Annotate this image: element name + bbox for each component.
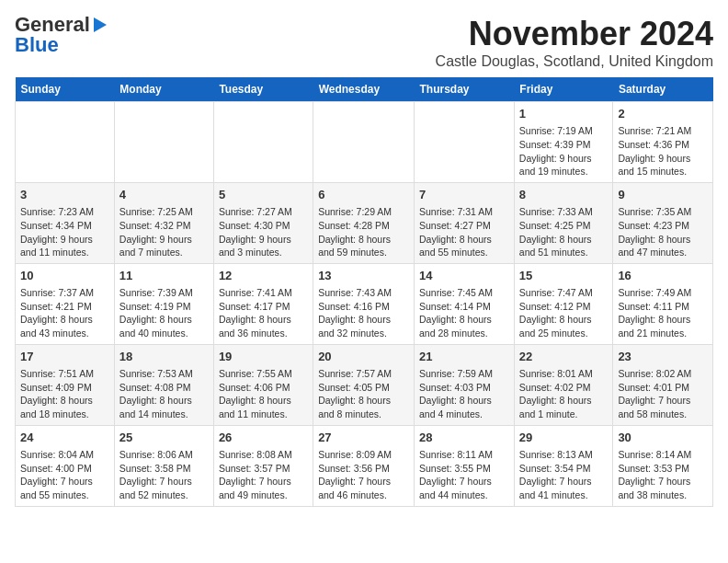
day-number: 14 bbox=[419, 268, 509, 284]
calendar-cell: 16Sunrise: 7:49 AM Sunset: 4:11 PM Dayli… bbox=[613, 263, 713, 344]
calendar-cell: 3Sunrise: 7:23 AM Sunset: 4:34 PM Daylig… bbox=[16, 182, 115, 263]
day-number: 16 bbox=[618, 268, 708, 284]
month-year-title: November 2024 bbox=[436, 15, 713, 53]
calendar-cell: 25Sunrise: 8:06 AM Sunset: 3:58 PM Dayli… bbox=[114, 425, 213, 506]
calendar-week-row: 24Sunrise: 8:04 AM Sunset: 4:00 PM Dayli… bbox=[16, 425, 713, 506]
day-number: 12 bbox=[219, 268, 308, 284]
day-number: 25 bbox=[119, 430, 209, 446]
day-info: Sunrise: 7:59 AM Sunset: 4:03 PM Dayligh… bbox=[419, 367, 509, 421]
day-number: 19 bbox=[219, 349, 308, 365]
calendar-cell: 28Sunrise: 8:11 AM Sunset: 3:55 PM Dayli… bbox=[415, 425, 515, 506]
calendar-cell: 23Sunrise: 8:02 AM Sunset: 4:01 PM Dayli… bbox=[613, 344, 713, 425]
day-number: 20 bbox=[318, 349, 409, 365]
calendar-cell bbox=[16, 102, 115, 183]
day-number: 11 bbox=[119, 268, 209, 284]
day-number: 15 bbox=[519, 268, 609, 284]
calendar-cell: 7Sunrise: 7:31 AM Sunset: 4:27 PM Daylig… bbox=[415, 182, 515, 263]
day-info: Sunrise: 7:43 AM Sunset: 4:16 PM Dayligh… bbox=[318, 286, 409, 340]
calendar-cell bbox=[415, 102, 515, 183]
day-info: Sunrise: 7:25 AM Sunset: 4:32 PM Dayligh… bbox=[119, 205, 209, 259]
day-number: 5 bbox=[219, 187, 308, 203]
day-info: Sunrise: 7:57 AM Sunset: 4:05 PM Dayligh… bbox=[318, 367, 409, 421]
weekday-header-saturday: Saturday bbox=[613, 77, 713, 102]
day-number: 30 bbox=[618, 430, 708, 446]
calendar-cell: 2Sunrise: 7:21 AM Sunset: 4:36 PM Daylig… bbox=[613, 102, 713, 183]
day-number: 3 bbox=[20, 187, 109, 203]
day-number: 22 bbox=[519, 349, 609, 365]
calendar-cell: 10Sunrise: 7:37 AM Sunset: 4:21 PM Dayli… bbox=[16, 263, 115, 344]
day-info: Sunrise: 8:01 AM Sunset: 4:02 PM Dayligh… bbox=[519, 367, 609, 421]
day-info: Sunrise: 7:27 AM Sunset: 4:30 PM Dayligh… bbox=[219, 205, 308, 259]
calendar-cell: 8Sunrise: 7:33 AM Sunset: 4:25 PM Daylig… bbox=[514, 182, 613, 263]
page-header: General Blue November 2024 Castle Dougla… bbox=[15, 15, 713, 70]
logo-blue: Blue bbox=[15, 35, 59, 55]
calendar-cell: 24Sunrise: 8:04 AM Sunset: 4:00 PM Dayli… bbox=[16, 425, 115, 506]
calendar-cell: 19Sunrise: 7:55 AM Sunset: 4:06 PM Dayli… bbox=[213, 344, 313, 425]
calendar-cell: 15Sunrise: 7:47 AM Sunset: 4:12 PM Dayli… bbox=[514, 263, 613, 344]
calendar-cell: 12Sunrise: 7:41 AM Sunset: 4:17 PM Dayli… bbox=[213, 263, 313, 344]
day-info: Sunrise: 7:29 AM Sunset: 4:28 PM Dayligh… bbox=[318, 205, 409, 259]
day-number: 18 bbox=[119, 349, 209, 365]
day-info: Sunrise: 7:45 AM Sunset: 4:14 PM Dayligh… bbox=[419, 286, 509, 340]
day-info: Sunrise: 7:33 AM Sunset: 4:25 PM Dayligh… bbox=[519, 205, 609, 259]
calendar-cell: 6Sunrise: 7:29 AM Sunset: 4:28 PM Daylig… bbox=[313, 182, 415, 263]
day-number: 26 bbox=[219, 430, 308, 446]
calendar-table: SundayMondayTuesdayWednesdayThursdayFrid… bbox=[15, 77, 713, 507]
day-info: Sunrise: 7:23 AM Sunset: 4:34 PM Dayligh… bbox=[20, 205, 109, 259]
calendar-cell: 27Sunrise: 8:09 AM Sunset: 3:56 PM Dayli… bbox=[313, 425, 415, 506]
calendar-week-row: 10Sunrise: 7:37 AM Sunset: 4:21 PM Dayli… bbox=[16, 263, 713, 344]
weekday-header-row: SundayMondayTuesdayWednesdayThursdayFrid… bbox=[16, 77, 713, 102]
weekday-header-tuesday: Tuesday bbox=[213, 77, 313, 102]
day-info: Sunrise: 7:47 AM Sunset: 4:12 PM Dayligh… bbox=[519, 286, 609, 340]
day-number: 6 bbox=[318, 187, 409, 203]
calendar-cell: 26Sunrise: 8:08 AM Sunset: 3:57 PM Dayli… bbox=[213, 425, 313, 506]
day-info: Sunrise: 8:04 AM Sunset: 4:00 PM Dayligh… bbox=[20, 448, 109, 502]
calendar-week-row: 3Sunrise: 7:23 AM Sunset: 4:34 PM Daylig… bbox=[16, 182, 713, 263]
day-number: 27 bbox=[318, 430, 409, 446]
calendar-cell: 18Sunrise: 7:53 AM Sunset: 4:08 PM Dayli… bbox=[114, 344, 213, 425]
calendar-cell bbox=[114, 102, 213, 183]
day-info: Sunrise: 7:41 AM Sunset: 4:17 PM Dayligh… bbox=[219, 286, 308, 340]
day-info: Sunrise: 7:21 AM Sunset: 4:36 PM Dayligh… bbox=[618, 124, 708, 178]
day-number: 2 bbox=[618, 106, 708, 122]
day-number: 7 bbox=[419, 187, 509, 203]
calendar-cell: 9Sunrise: 7:35 AM Sunset: 4:23 PM Daylig… bbox=[613, 182, 713, 263]
day-info: Sunrise: 8:13 AM Sunset: 3:54 PM Dayligh… bbox=[519, 448, 609, 502]
calendar-cell bbox=[313, 102, 415, 183]
day-info: Sunrise: 8:09 AM Sunset: 3:56 PM Dayligh… bbox=[318, 448, 409, 502]
day-info: Sunrise: 8:08 AM Sunset: 3:57 PM Dayligh… bbox=[219, 448, 308, 502]
weekday-header-friday: Friday bbox=[514, 77, 613, 102]
day-number: 29 bbox=[519, 430, 609, 446]
day-info: Sunrise: 8:02 AM Sunset: 4:01 PM Dayligh… bbox=[618, 367, 708, 421]
day-info: Sunrise: 7:39 AM Sunset: 4:19 PM Dayligh… bbox=[119, 286, 209, 340]
day-info: Sunrise: 7:53 AM Sunset: 4:08 PM Dayligh… bbox=[119, 367, 209, 421]
day-number: 13 bbox=[318, 268, 409, 284]
calendar-cell: 29Sunrise: 8:13 AM Sunset: 3:54 PM Dayli… bbox=[514, 425, 613, 506]
day-number: 17 bbox=[20, 349, 109, 365]
day-number: 28 bbox=[419, 430, 509, 446]
day-info: Sunrise: 7:31 AM Sunset: 4:27 PM Dayligh… bbox=[419, 205, 509, 259]
day-info: Sunrise: 7:37 AM Sunset: 4:21 PM Dayligh… bbox=[20, 286, 109, 340]
day-number: 24 bbox=[20, 430, 109, 446]
day-number: 1 bbox=[519, 106, 609, 122]
weekday-header-thursday: Thursday bbox=[415, 77, 515, 102]
calendar-cell: 11Sunrise: 7:39 AM Sunset: 4:19 PM Dayli… bbox=[114, 263, 213, 344]
logo-general: General bbox=[15, 15, 90, 35]
calendar-cell: 21Sunrise: 7:59 AM Sunset: 4:03 PM Dayli… bbox=[415, 344, 515, 425]
calendar-cell: 13Sunrise: 7:43 AM Sunset: 4:16 PM Dayli… bbox=[313, 263, 415, 344]
location-subtitle: Castle Douglas, Scotland, United Kingdom bbox=[436, 53, 713, 70]
calendar-cell: 1Sunrise: 7:19 AM Sunset: 4:39 PM Daylig… bbox=[514, 102, 613, 183]
weekday-header-sunday: Sunday bbox=[16, 77, 115, 102]
day-info: Sunrise: 7:55 AM Sunset: 4:06 PM Dayligh… bbox=[219, 367, 308, 421]
day-info: Sunrise: 7:49 AM Sunset: 4:11 PM Dayligh… bbox=[618, 286, 708, 340]
day-number: 21 bbox=[419, 349, 509, 365]
day-number: 9 bbox=[618, 187, 708, 203]
calendar-cell: 30Sunrise: 8:14 AM Sunset: 3:53 PM Dayli… bbox=[613, 425, 713, 506]
weekday-header-monday: Monday bbox=[114, 77, 213, 102]
calendar-week-row: 17Sunrise: 7:51 AM Sunset: 4:09 PM Dayli… bbox=[16, 344, 713, 425]
calendar-cell: 20Sunrise: 7:57 AM Sunset: 4:05 PM Dayli… bbox=[313, 344, 415, 425]
calendar-cell: 5Sunrise: 7:27 AM Sunset: 4:30 PM Daylig… bbox=[213, 182, 313, 263]
day-number: 23 bbox=[618, 349, 708, 365]
calendar-cell: 4Sunrise: 7:25 AM Sunset: 4:32 PM Daylig… bbox=[114, 182, 213, 263]
calendar-cell: 14Sunrise: 7:45 AM Sunset: 4:14 PM Dayli… bbox=[415, 263, 515, 344]
